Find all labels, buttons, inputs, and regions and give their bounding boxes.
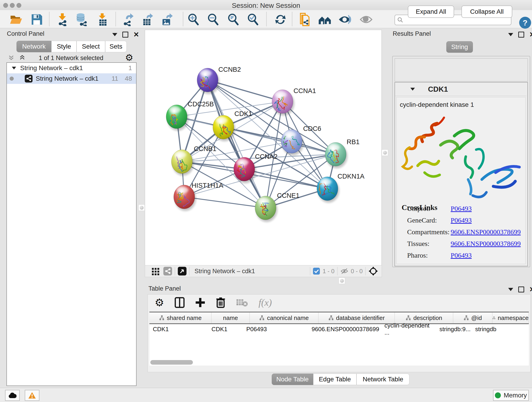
add-column-icon[interactable] [195,298,205,307]
node-CCNB2[interactable] [197,68,219,94]
zoom-selected-icon[interactable] [246,12,260,27]
tab-edge-table[interactable]: Edge Table [313,374,356,385]
zoom-in-icon[interactable] [186,12,201,27]
birds-eye-view-icon[interactable] [178,267,186,275]
node-CDK1[interactable] [213,115,235,141]
save-session-icon[interactable] [29,12,44,27]
right-splitter-handle[interactable] [382,149,388,156]
column-header-canonical-name[interactable]: canonical name [250,313,318,323]
panel-menu-icon[interactable] [508,33,513,36]
network-options-gear-icon[interactable]: ⚙ [125,52,133,63]
crosslink-link[interactable]: P06493 [451,216,472,224]
grid-view-icon[interactable] [152,267,160,275]
warnings-button[interactable] [25,390,39,401]
float-panel-icon[interactable] [518,287,524,293]
table-cell[interactable]: P06493 [243,324,308,334]
tab-sets[interactable]: Sets [105,41,127,52]
export-image-icon[interactable] [160,12,175,27]
tab-style[interactable]: Style [51,41,76,52]
delete-column-icon[interactable] [216,297,225,308]
show-graphics-details-icon[interactable] [359,12,374,27]
panel-menu-icon[interactable] [508,288,513,291]
tab-select[interactable]: Select [76,41,105,52]
column-header--id[interactable]: @id [453,313,492,323]
node-CCNE1[interactable] [255,196,277,222]
column-header-name[interactable]: name [211,313,250,323]
table-row[interactable]: CDK1CDK1P064939606.ENSP00000378699cyclin… [149,324,529,334]
results-panel-title: Results Panel [393,30,431,37]
crosslink-link[interactable]: 9606.ENSP00000378699 [451,240,521,248]
crosslink-label: Tissues: [407,240,429,247]
column-header-shared-name[interactable]: shared name [149,313,211,323]
network-view-icon[interactable] [163,267,172,275]
import-network-file-icon[interactable] [55,12,70,27]
table-cell[interactable]: cyclin-dependent ... [381,324,436,334]
close-panel-icon[interactable]: ✕ [529,287,532,292]
crosslink-link[interactable]: P06493 [451,251,472,259]
table-cell[interactable]: CDK1 [149,324,208,334]
left-splitter-handle[interactable] [138,204,145,211]
bottom-splitter-handle[interactable] [339,278,345,284]
tab-network[interactable]: Network [17,41,51,52]
toolbar-separator [292,12,292,26]
apply-layout-icon[interactable] [273,12,288,27]
show-columns-icon[interactable] [175,297,185,308]
table-cell[interactable]: CDK1 [208,324,243,334]
node-CCNA2[interactable] [234,157,256,183]
close-panel-icon[interactable]: ✕ [529,32,532,37]
network-collection-row[interactable]: String Network – cdk1 1 [7,63,136,73]
column-header-database-identifier[interactable]: database identifier [318,313,395,323]
section-expander-icon[interactable] [410,88,415,91]
export-table-icon[interactable] [140,12,155,27]
node-CCNA1[interactable] [272,89,294,115]
close-panel-icon[interactable]: ✕ [133,32,139,37]
network-row-selected[interactable]: String Network – cdk1 11 48 [7,73,136,84]
help-icon[interactable]: ? [519,17,531,29]
open-file-icon[interactable] [9,12,23,27]
zoom-fit-icon[interactable] [226,12,241,27]
node-label-CDKN1A: CDKN1A [337,172,365,180]
node-CDKN1A[interactable] [317,177,339,203]
panel-menu-icon[interactable] [112,33,117,36]
tab-node-table[interactable]: Node Table [272,374,313,385]
show-all-networks-icon[interactable] [317,12,332,27]
copy-network-icon[interactable] [298,12,312,27]
import-table-icon[interactable] [95,12,109,27]
table-settings-gear-icon[interactable]: ⚙ [155,296,164,309]
float-panel-icon[interactable] [122,32,128,38]
memory-button[interactable]: Memory [493,390,529,401]
table-cell[interactable]: stringdb [472,324,505,334]
node-CCNB1[interactable] [171,150,194,176]
table-cell[interactable]: 9606.ENSP00000378699 [308,324,381,334]
collapse-all-icon[interactable] [8,54,15,61]
current-network-name: String Network – cdk1 [195,268,255,275]
node-CDC25B[interactable] [166,105,188,131]
crosslink-link[interactable]: 9606.ENSP00000378699 [451,228,521,236]
gene-section-header[interactable]: CDK1 [395,83,526,96]
selected-count-checkbox-icon[interactable] [313,268,320,274]
node-label-CCNB1: CCNB1 [194,145,216,153]
import-network-database-icon[interactable] [75,12,89,27]
zoom-out-icon[interactable] [206,12,220,27]
column-header-description[interactable]: description [395,313,453,323]
tab-string[interactable]: String [446,41,473,53]
collection-expander-icon[interactable] [12,67,16,70]
export-network-icon[interactable] [121,12,136,27]
horizontal-scrollbar[interactable] [150,360,193,365]
expand-all-button[interactable]: Expand All [408,6,454,18]
expand-all-icon[interactable] [19,54,26,61]
node-label-CDC25B: CDC25B [188,100,214,108]
network-canvas[interactable]: CCNB2CCNA1CDC25BCDK1CDC6RB1CCNB1CCNA2CDK… [145,30,382,265]
cloud-status-button[interactable] [5,390,20,401]
node-RB1[interactable] [325,142,347,168]
crosslink-link[interactable]: P06493 [451,205,472,212]
float-panel-icon[interactable] [518,32,524,38]
edge-CCNE1-HIST1H1A[interactable] [184,197,266,208]
collapse-all-button[interactable]: Collapse All [462,6,512,18]
fit-selected-icon[interactable] [368,266,378,276]
column-header-namespace[interactable]: namespace [492,313,529,323]
delete-table-icon[interactable] [236,298,248,307]
hide-graphics-details-icon[interactable] [337,12,352,27]
table-cell[interactable]: stringdb:9... [436,324,472,334]
tab-network-table[interactable]: Network Table [356,374,409,385]
